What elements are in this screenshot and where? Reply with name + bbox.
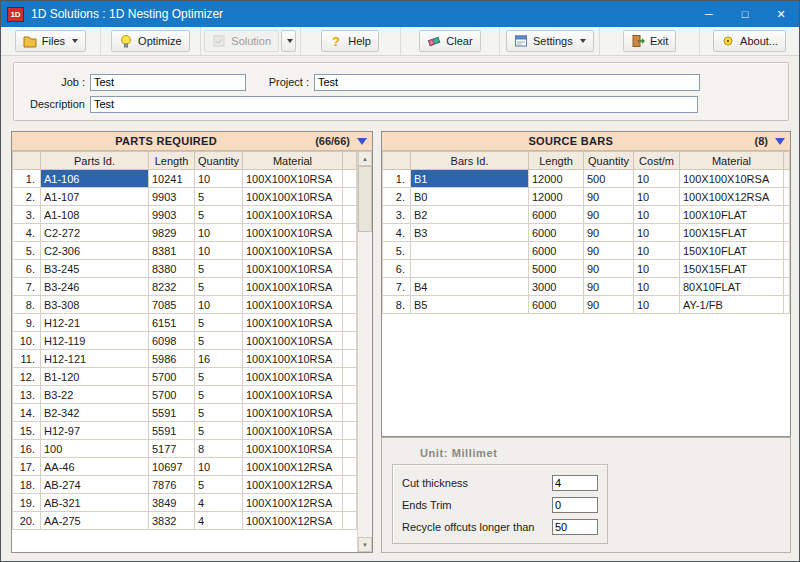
cell-cost[interactable]: 10 [634,242,680,260]
cell-length[interactable]: 9903 [149,206,195,224]
cell-length[interactable]: 10697 [149,458,195,476]
row-number-cell[interactable]: 8. [13,296,41,314]
cell-qty[interactable]: 90 [584,242,634,260]
cell-id[interactable]: B5 [411,296,529,314]
cell-length[interactable]: 12000 [529,170,584,188]
column-header-length[interactable]: Length [149,152,195,170]
cell-length[interactable]: 5986 [149,350,195,368]
cell-pad[interactable] [343,512,357,530]
cell-pad[interactable] [343,278,357,296]
row-number-cell[interactable]: 15. [13,422,41,440]
row-number-cell[interactable]: 3. [13,206,41,224]
cell-qty[interactable]: 90 [584,224,634,242]
cell-id[interactable]: B2 [411,206,529,224]
cell-length[interactable]: 8380 [149,260,195,278]
cell-qty[interactable]: 5 [195,314,243,332]
cell-material[interactable]: 100X100X10RSA [243,242,343,260]
recycle-offcuts-input[interactable] [552,519,598,535]
table-row[interactable]: 1.A1-1061024110100X100X10RSA [13,170,357,188]
cell-pad[interactable] [343,224,357,242]
table-row[interactable]: 19.AB-32138494100X100X12RSA [13,494,357,512]
table-row[interactable]: 1.B11200050010100X100X10RSA [383,170,790,188]
cell-id[interactable]: H12-119 [41,332,149,350]
cell-qty[interactable]: 5 [195,206,243,224]
table-row[interactable]: 2.B0120009010100X100X12RSA [383,188,790,206]
cell-pad[interactable] [784,188,790,206]
column-header-bars-id[interactable]: Bars Id. [411,152,529,170]
cell-qty[interactable]: 4 [195,494,243,512]
cell-qty[interactable]: 5 [195,332,243,350]
cell-material[interactable]: 100X100X10RSA [243,260,343,278]
row-number-cell[interactable]: 1. [13,170,41,188]
row-number-cell[interactable]: 6. [13,260,41,278]
table-row[interactable]: 12.B1-12057005100X100X10RSA [13,368,357,386]
table-row[interactable]: 20.AA-27538324100X100X12RSA [13,512,357,530]
cell-length[interactable]: 7876 [149,476,195,494]
cell-length[interactable]: 5700 [149,386,195,404]
cell-material[interactable]: 100X100X10RSA [243,368,343,386]
cell-material[interactable]: 80X10FLAT [680,278,784,296]
description-input[interactable] [90,96,698,113]
cell-id[interactable]: B3-245 [41,260,149,278]
job-input[interactable] [90,74,246,91]
cell-id[interactable]: B2-342 [41,404,149,422]
cell-length[interactable]: 8381 [149,242,195,260]
row-number-cell[interactable]: 4. [13,224,41,242]
cell-length[interactable]: 3849 [149,494,195,512]
cell-pad[interactable] [784,260,790,278]
row-number-cell[interactable]: 4. [383,224,411,242]
cell-length[interactable]: 9903 [149,188,195,206]
row-number-cell[interactable]: 12. [13,368,41,386]
table-row[interactable]: 13.B3-2257005100X100X10RSA [13,386,357,404]
cell-material[interactable]: 100X100X10RSA [243,224,343,242]
row-number-cell[interactable]: 14. [13,404,41,422]
cell-material[interactable]: 100X100X12RSA [680,188,784,206]
row-number-cell[interactable]: 5. [13,242,41,260]
row-number-cell[interactable]: 8. [383,296,411,314]
cell-qty[interactable]: 90 [584,206,634,224]
cell-material[interactable]: 100X100X10RSA [243,386,343,404]
cell-id[interactable]: B3-308 [41,296,149,314]
cell-qty[interactable]: 4 [195,512,243,530]
table-row[interactable]: 7.B43000901080X10FLAT [383,278,790,296]
cell-id[interactable]: A1-107 [41,188,149,206]
table-row[interactable]: 6.50009010150X15FLAT [383,260,790,278]
cell-cost[interactable]: 10 [634,296,680,314]
row-number-cell[interactable]: 1. [383,170,411,188]
solution-dropdown-button[interactable] [281,30,296,52]
table-row[interactable]: 8.B560009010AY-1/FB [383,296,790,314]
parts-scrollbar[interactable]: ▲ ▼ [357,151,372,552]
cell-pad[interactable] [343,422,357,440]
cell-pad[interactable] [343,386,357,404]
cell-length[interactable]: 7085 [149,296,195,314]
cell-length[interactable]: 6151 [149,314,195,332]
cell-pad[interactable] [343,458,357,476]
cell-length[interactable]: 5000 [529,260,584,278]
clear-button[interactable]: Clear [419,30,480,52]
exit-button[interactable]: Exit [623,30,676,52]
cell-length[interactable]: 8232 [149,278,195,296]
cell-material[interactable]: 100X10FLAT [680,206,784,224]
table-row[interactable]: 4.C2-272982910100X100X10RSA [13,224,357,242]
column-header-parts-id[interactable]: Parts Id. [41,152,149,170]
table-row[interactable]: 14.B2-34255915100X100X10RSA [13,404,357,422]
about-button[interactable]: About... [713,30,786,52]
cell-qty[interactable]: 5 [195,368,243,386]
cell-pad[interactable] [343,206,357,224]
cell-length[interactable]: 12000 [529,188,584,206]
cell-qty[interactable]: 5 [195,476,243,494]
cell-material[interactable]: 150X15FLAT [680,260,784,278]
parts-dropdown-icon[interactable] [357,138,367,145]
cell-pad[interactable] [784,278,790,296]
table-row[interactable]: 6.B3-24583805100X100X10RSA [13,260,357,278]
cell-qty[interactable]: 90 [584,296,634,314]
cell-material[interactable]: 100X100X10RSA [243,350,343,368]
cell-pad[interactable] [784,296,790,314]
cell-length[interactable]: 6000 [529,224,584,242]
cell-id[interactable]: B3 [411,224,529,242]
cell-material[interactable]: 100X100X12RSA [243,512,343,530]
scroll-down-icon[interactable]: ▼ [358,537,372,552]
cell-pad[interactable] [784,242,790,260]
cell-qty[interactable]: 5 [195,386,243,404]
cell-length[interactable]: 5591 [149,404,195,422]
